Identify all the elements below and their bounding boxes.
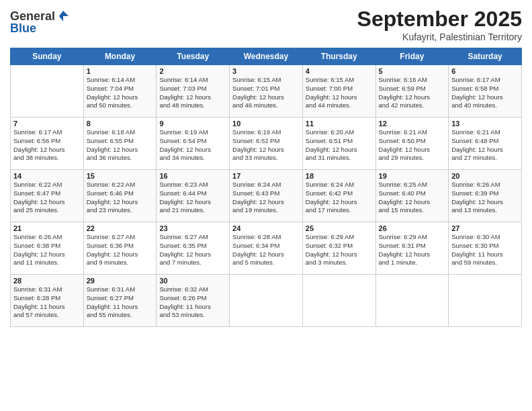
calendar-cell: 11Sunrise: 6:20 AM Sunset: 6:51 PM Dayli… bbox=[302, 118, 375, 170]
calendar-cell: 3Sunrise: 6:15 AM Sunset: 7:01 PM Daylig… bbox=[230, 65, 303, 118]
day-info: Sunrise: 6:26 AM Sunset: 6:38 PM Dayligh… bbox=[13, 233, 81, 267]
day-info: Sunrise: 6:24 AM Sunset: 6:42 PM Dayligh… bbox=[306, 181, 373, 215]
day-info: Sunrise: 6:28 AM Sunset: 6:34 PM Dayligh… bbox=[232, 233, 300, 267]
day-number: 10 bbox=[232, 120, 300, 128]
day-number: 1 bbox=[87, 67, 154, 75]
day-number: 2 bbox=[159, 67, 226, 75]
day-header-friday: Friday bbox=[375, 48, 449, 65]
day-number: 30 bbox=[159, 277, 226, 285]
calendar-cell: 24Sunrise: 6:28 AM Sunset: 6:34 PM Dayli… bbox=[230, 222, 303, 275]
day-number: 24 bbox=[232, 224, 300, 232]
day-info: Sunrise: 6:22 AM Sunset: 6:47 PM Dayligh… bbox=[13, 181, 81, 215]
day-number: 28 bbox=[13, 277, 81, 285]
calendar-cell: 4Sunrise: 6:15 AM Sunset: 7:00 PM Daylig… bbox=[302, 65, 375, 118]
calendar-cell bbox=[11, 65, 84, 118]
page: General Blue September 2025 Kufayrit, Pa… bbox=[0, 0, 532, 411]
main-title: September 2025 bbox=[357, 7, 522, 32]
day-number: 19 bbox=[379, 172, 446, 180]
day-number: 15 bbox=[87, 172, 154, 180]
day-info: Sunrise: 6:19 AM Sunset: 6:52 PM Dayligh… bbox=[232, 128, 300, 163]
day-info: Sunrise: 6:16 AM Sunset: 6:59 PM Dayligh… bbox=[379, 76, 446, 110]
day-info: Sunrise: 6:27 AM Sunset: 6:36 PM Dayligh… bbox=[87, 233, 154, 267]
calendar-cell: 1Sunrise: 6:14 AM Sunset: 7:04 PM Daylig… bbox=[83, 65, 157, 118]
calendar-cell: 9Sunrise: 6:19 AM Sunset: 6:54 PM Daylig… bbox=[157, 118, 230, 170]
calendar-cell: 26Sunrise: 6:29 AM Sunset: 6:31 PM Dayli… bbox=[375, 222, 449, 275]
calendar-cell: 23Sunrise: 6:27 AM Sunset: 6:35 PM Dayli… bbox=[157, 222, 230, 275]
calendar-cell: 8Sunrise: 6:18 AM Sunset: 6:55 PM Daylig… bbox=[83, 118, 157, 170]
svg-marker-0 bbox=[59, 11, 69, 21]
day-info: Sunrise: 6:31 AM Sunset: 6:27 PM Dayligh… bbox=[87, 285, 154, 320]
calendar-cell: 18Sunrise: 6:24 AM Sunset: 6:42 PM Dayli… bbox=[302, 170, 375, 222]
day-number: 3 bbox=[232, 67, 300, 75]
calendar-header: SundayMondayTuesdayWednesdayThursdayFrid… bbox=[11, 48, 522, 65]
day-info: Sunrise: 6:15 AM Sunset: 7:00 PM Dayligh… bbox=[306, 76, 373, 110]
day-header-monday: Monday bbox=[83, 48, 157, 65]
day-number: 14 bbox=[13, 172, 81, 180]
calendar-cell: 16Sunrise: 6:23 AM Sunset: 6:44 PM Dayli… bbox=[157, 170, 230, 222]
day-number: 25 bbox=[306, 224, 373, 232]
calendar-body: 1Sunrise: 6:14 AM Sunset: 7:04 PM Daylig… bbox=[11, 65, 522, 327]
calendar-cell bbox=[449, 275, 522, 327]
day-info: Sunrise: 6:25 AM Sunset: 6:40 PM Dayligh… bbox=[379, 181, 446, 215]
header-row: SundayMondayTuesdayWednesdayThursdayFrid… bbox=[11, 48, 522, 65]
day-info: Sunrise: 6:17 AM Sunset: 6:58 PM Dayligh… bbox=[451, 76, 519, 110]
header: General Blue September 2025 Kufayrit, Pa… bbox=[10, 7, 522, 42]
week-row: 21Sunrise: 6:26 AM Sunset: 6:38 PM Dayli… bbox=[11, 222, 522, 275]
day-info: Sunrise: 6:29 AM Sunset: 6:32 PM Dayligh… bbox=[306, 233, 373, 267]
logo-icon bbox=[56, 9, 70, 23]
day-number: 16 bbox=[159, 172, 226, 180]
calendar-cell: 30Sunrise: 6:32 AM Sunset: 6:26 PM Dayli… bbox=[157, 275, 230, 327]
day-info: Sunrise: 6:23 AM Sunset: 6:44 PM Dayligh… bbox=[159, 181, 226, 215]
day-number: 22 bbox=[87, 224, 154, 232]
day-info: Sunrise: 6:31 AM Sunset: 6:28 PM Dayligh… bbox=[13, 285, 81, 320]
day-info: Sunrise: 6:32 AM Sunset: 6:26 PM Dayligh… bbox=[159, 285, 226, 320]
day-info: Sunrise: 6:21 AM Sunset: 6:48 PM Dayligh… bbox=[451, 128, 519, 163]
calendar-cell: 2Sunrise: 6:14 AM Sunset: 7:03 PM Daylig… bbox=[157, 65, 230, 118]
calendar-cell: 20Sunrise: 6:26 AM Sunset: 6:39 PM Dayli… bbox=[449, 170, 522, 222]
calendar-cell: 15Sunrise: 6:22 AM Sunset: 6:46 PM Dayli… bbox=[83, 170, 157, 222]
day-number: 20 bbox=[451, 172, 519, 180]
day-info: Sunrise: 6:14 AM Sunset: 7:03 PM Dayligh… bbox=[159, 76, 226, 110]
calendar-cell bbox=[230, 275, 303, 327]
day-number: 7 bbox=[13, 120, 81, 128]
logo-blue: Blue bbox=[10, 21, 70, 36]
day-number: 13 bbox=[451, 120, 519, 128]
calendar-cell: 10Sunrise: 6:19 AM Sunset: 6:52 PM Dayli… bbox=[230, 118, 303, 170]
week-row: 1Sunrise: 6:14 AM Sunset: 7:04 PM Daylig… bbox=[11, 65, 522, 118]
calendar-cell bbox=[302, 275, 375, 327]
subtitle: Kufayrit, Palestinian Territory bbox=[357, 32, 522, 42]
day-header-tuesday: Tuesday bbox=[157, 48, 230, 65]
day-number: 23 bbox=[159, 224, 226, 232]
day-info: Sunrise: 6:24 AM Sunset: 6:43 PM Dayligh… bbox=[232, 181, 300, 215]
day-number: 5 bbox=[379, 67, 446, 75]
calendar-cell: 27Sunrise: 6:30 AM Sunset: 6:30 PM Dayli… bbox=[449, 222, 522, 275]
logo: General Blue bbox=[10, 9, 70, 36]
day-number: 12 bbox=[379, 120, 446, 128]
calendar-cell: 14Sunrise: 6:22 AM Sunset: 6:47 PM Dayli… bbox=[11, 170, 84, 222]
day-number: 6 bbox=[451, 67, 519, 75]
calendar-cell: 6Sunrise: 6:17 AM Sunset: 6:58 PM Daylig… bbox=[449, 65, 522, 118]
day-info: Sunrise: 6:26 AM Sunset: 6:39 PM Dayligh… bbox=[451, 181, 519, 215]
calendar-cell: 28Sunrise: 6:31 AM Sunset: 6:28 PM Dayli… bbox=[11, 275, 84, 327]
day-info: Sunrise: 6:18 AM Sunset: 6:55 PM Dayligh… bbox=[87, 128, 154, 163]
calendar-cell bbox=[375, 275, 449, 327]
day-number: 18 bbox=[306, 172, 373, 180]
day-info: Sunrise: 6:22 AM Sunset: 6:46 PM Dayligh… bbox=[87, 181, 154, 215]
calendar-cell: 22Sunrise: 6:27 AM Sunset: 6:36 PM Dayli… bbox=[83, 222, 157, 275]
calendar-cell: 25Sunrise: 6:29 AM Sunset: 6:32 PM Dayli… bbox=[302, 222, 375, 275]
calendar-cell: 7Sunrise: 6:17 AM Sunset: 6:56 PM Daylig… bbox=[11, 118, 84, 170]
day-number: 9 bbox=[159, 120, 226, 128]
day-info: Sunrise: 6:15 AM Sunset: 7:01 PM Dayligh… bbox=[232, 76, 300, 110]
calendar-cell: 12Sunrise: 6:21 AM Sunset: 6:50 PM Dayli… bbox=[375, 118, 449, 170]
week-row: 14Sunrise: 6:22 AM Sunset: 6:47 PM Dayli… bbox=[11, 170, 522, 222]
day-header-thursday: Thursday bbox=[302, 48, 375, 65]
calendar-cell: 29Sunrise: 6:31 AM Sunset: 6:27 PM Dayli… bbox=[83, 275, 157, 327]
day-header-sunday: Sunday bbox=[11, 48, 84, 65]
day-info: Sunrise: 6:30 AM Sunset: 6:30 PM Dayligh… bbox=[451, 233, 519, 267]
day-header-saturday: Saturday bbox=[449, 48, 522, 65]
day-info: Sunrise: 6:20 AM Sunset: 6:51 PM Dayligh… bbox=[306, 128, 373, 163]
calendar-cell: 5Sunrise: 6:16 AM Sunset: 6:59 PM Daylig… bbox=[375, 65, 449, 118]
day-number: 26 bbox=[379, 224, 446, 232]
day-header-wednesday: Wednesday bbox=[230, 48, 303, 65]
day-info: Sunrise: 6:19 AM Sunset: 6:54 PM Dayligh… bbox=[159, 128, 226, 163]
